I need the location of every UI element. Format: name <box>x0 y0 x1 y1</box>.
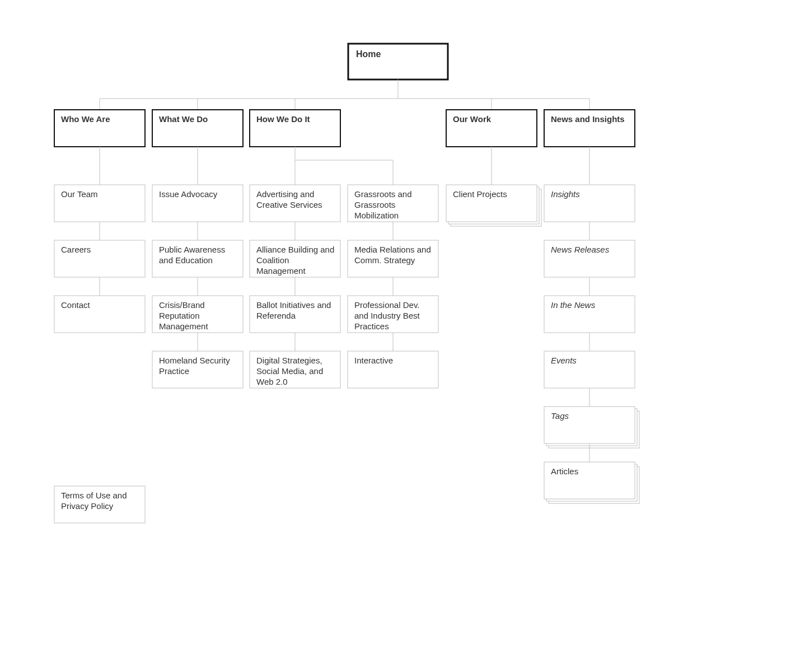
svg-text:Creative Services: Creative Services <box>256 200 322 209</box>
svg-text:Our Work: Our Work <box>453 114 492 124</box>
svg-text:Insights: Insights <box>551 189 580 199</box>
node-client-projects: Client Projects <box>446 185 541 226</box>
svg-text:Tags: Tags <box>551 411 569 421</box>
svg-text:Our Team: Our Team <box>61 189 98 199</box>
svg-text:Contact: Contact <box>61 300 91 310</box>
node-articles: Articles <box>544 462 639 503</box>
node-public-awareness-and-education: Public Awarenessand Education <box>152 240 243 277</box>
svg-text:News and Insights: News and Insights <box>551 114 625 124</box>
node-advertising-and-creative-services: Advertising andCreative Services <box>250 185 340 222</box>
svg-text:Reputation: Reputation <box>159 311 200 320</box>
svg-text:Comm. Strategy: Comm. Strategy <box>354 255 415 265</box>
node-home: Home <box>348 44 448 80</box>
svg-text:Interactive: Interactive <box>354 356 393 365</box>
section-what: What We Do <box>152 110 243 147</box>
svg-text:Homeland Security: Homeland Security <box>159 356 230 365</box>
svg-text:News Releases: News Releases <box>551 245 610 254</box>
section-who: Who We Are <box>54 110 145 147</box>
svg-text:Referenda: Referenda <box>256 311 296 320</box>
svg-text:Practice: Practice <box>159 366 189 376</box>
node-careers: Careers <box>54 240 145 277</box>
svg-text:Who We Are: Who We Are <box>61 114 110 124</box>
node-ballot-initiatives-and-referenda: Ballot Initiatives andReferenda <box>250 296 340 333</box>
svg-text:and Industry Best: and Industry Best <box>354 311 420 320</box>
node-interactive: Interactive <box>348 351 438 388</box>
svg-text:Ballot Initiatives and: Ballot Initiatives and <box>256 300 331 310</box>
node-grassroots-and-grassroots-mobilization: Grassroots andGrassrootsMobilization <box>348 185 438 222</box>
svg-text:Management: Management <box>256 266 306 276</box>
svg-text:Web 2.0: Web 2.0 <box>256 377 288 386</box>
svg-text:Privacy Policy: Privacy Policy <box>61 501 114 511</box>
node-issue-advocacy: Issue Advocacy <box>152 185 243 222</box>
node-homeland-security-practice: Homeland SecurityPractice <box>152 351 243 388</box>
sitemap-diagram: HomeWho We AreWhat We DoHow We Do ItOur … <box>0 0 805 672</box>
section-work: Our Work <box>446 110 537 147</box>
section-news: News and Insights <box>544 110 635 147</box>
svg-text:Terms of Use and: Terms of Use and <box>61 491 127 500</box>
svg-text:Client Projects: Client Projects <box>453 189 507 199</box>
node-news-releases: News Releases <box>544 240 635 277</box>
svg-text:In the News: In the News <box>551 300 596 310</box>
svg-text:How We Do It: How We Do It <box>256 114 310 124</box>
node-digital-strategies-social-media-and-web-2-0: Digital Strategies,Social Media, andWeb … <box>250 351 340 388</box>
node-professional-dev-and-industry-best-practices: Professional Dev.and Industry BestPracti… <box>348 296 438 333</box>
svg-text:Practices: Practices <box>354 321 389 331</box>
svg-text:Media Relations and: Media Relations and <box>354 245 431 254</box>
svg-text:What We Do: What We Do <box>159 114 208 124</box>
svg-text:Public Awareness: Public Awareness <box>159 245 225 254</box>
svg-text:Issue Advocacy: Issue Advocacy <box>159 189 218 199</box>
svg-text:Coalition: Coalition <box>256 255 289 265</box>
svg-text:Events: Events <box>551 356 577 365</box>
node-terms-privacy: Terms of Use andPrivacy Policy <box>54 486 145 523</box>
svg-text:Professional Dev.: Professional Dev. <box>354 300 419 310</box>
svg-text:Digital Strategies,: Digital Strategies, <box>256 356 322 365</box>
node-tags: Tags <box>544 407 639 448</box>
node-our-team: Our Team <box>54 185 145 222</box>
svg-text:Grassroots: Grassroots <box>354 200 395 209</box>
svg-text:Management: Management <box>159 321 208 331</box>
svg-text:Mobilization: Mobilization <box>354 211 399 220</box>
svg-text:Advertising and: Advertising and <box>256 189 314 199</box>
node-insights: Insights <box>544 185 635 222</box>
node-media-relations-and-comm-strategy: Media Relations andComm. Strategy <box>348 240 438 277</box>
node-events: Events <box>544 351 635 388</box>
svg-text:Social Media, and: Social Media, and <box>256 366 323 376</box>
node-contact: Contact <box>54 296 145 333</box>
node-crisis-brand-reputation-management: Crisis/BrandReputationManagement <box>152 296 243 333</box>
svg-text:and Education: and Education <box>159 255 213 265</box>
section-how: How We Do It <box>250 110 340 147</box>
svg-text:Articles: Articles <box>551 466 578 476</box>
svg-text:Careers: Careers <box>61 245 91 254</box>
svg-text:Grassroots and: Grassroots and <box>354 189 412 199</box>
node-alliance-building-and-coalition-management: Alliance Building andCoalitionManagement <box>250 240 340 277</box>
node-in-the-news: In the News <box>544 296 635 333</box>
svg-text:Alliance Building and: Alliance Building and <box>256 245 334 254</box>
svg-text:Crisis/Brand: Crisis/Brand <box>159 300 205 310</box>
svg-text:Home: Home <box>356 49 381 59</box>
